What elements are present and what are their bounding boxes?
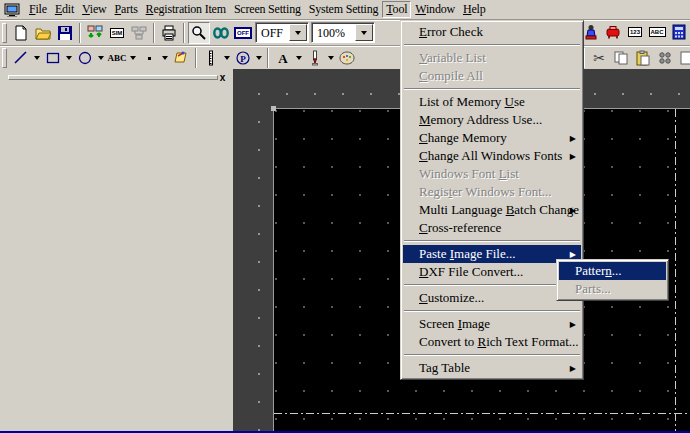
save-button[interactable] bbox=[54, 22, 76, 44]
line-tool-button[interactable] bbox=[10, 47, 32, 69]
dot-tool-button[interactable] bbox=[138, 47, 160, 69]
combo-dropdown-button[interactable] bbox=[289, 24, 307, 41]
parts-figure-icon bbox=[583, 24, 599, 40]
dot-tool-dropdown[interactable] bbox=[160, 47, 170, 69]
chevron-down-icon bbox=[295, 31, 301, 35]
canvas-corner-handle[interactable] bbox=[271, 106, 276, 111]
menu-item-change-memory[interactable]: Change Memory▶ bbox=[403, 129, 581, 147]
menu-item-dxf-file-convert[interactable]: DXF File Convert... bbox=[403, 263, 581, 281]
chevron-down-icon bbox=[162, 56, 168, 60]
toolbar-grip[interactable] bbox=[2, 48, 7, 68]
text-tool-icon: ABC bbox=[107, 53, 126, 63]
paste-image-file-submenu: Pattern...Parts... bbox=[556, 259, 669, 301]
calculator-button[interactable] bbox=[668, 21, 690, 43]
group-button[interactable] bbox=[654, 47, 676, 69]
toolbar-separator bbox=[267, 48, 269, 68]
menubar-item-screen-setting[interactable]: Screen Setting bbox=[230, 1, 305, 18]
font-color-button[interactable]: A bbox=[272, 47, 294, 69]
alarm-icon bbox=[605, 24, 621, 40]
menu-separator bbox=[404, 44, 580, 46]
preview-button[interactable] bbox=[210, 22, 232, 44]
alarm-button[interactable] bbox=[602, 21, 624, 43]
menu-bar-items: FileEditViewPartsRegistration ItemScreen… bbox=[25, 1, 490, 18]
open-button[interactable] bbox=[32, 22, 54, 44]
alpha-keypad-button[interactable]: ABC bbox=[646, 21, 668, 43]
mark-button[interactable] bbox=[170, 47, 192, 69]
ellipse-tool-button[interactable] bbox=[74, 47, 96, 69]
clipped-edge-button[interactable] bbox=[676, 47, 690, 69]
pen-style-button[interactable] bbox=[304, 47, 326, 69]
chevron-down-icon bbox=[256, 56, 262, 60]
dot-tool-icon bbox=[148, 57, 151, 60]
menu-item-memory-address-use[interactable]: Memory Address Use... bbox=[403, 111, 581, 129]
chevron-down-icon bbox=[328, 56, 334, 60]
menu-item-change-all-windows-fonts[interactable]: Change All Windows Fonts▶ bbox=[403, 147, 581, 165]
part-number-dropdown[interactable] bbox=[254, 47, 264, 69]
screen-transfer-button[interactable] bbox=[84, 22, 106, 44]
menu-item-label: Customize... bbox=[419, 290, 484, 305]
alpha-keypad-icon: ABC bbox=[649, 27, 666, 37]
combo-dropdown-button[interactable] bbox=[355, 24, 373, 41]
menu-item-screen-image[interactable]: Screen Image▶ bbox=[403, 315, 581, 333]
line-tool-dropdown[interactable] bbox=[32, 47, 42, 69]
panel-close-button[interactable]: x bbox=[216, 71, 229, 84]
menubar-item-edit[interactable]: Edit bbox=[51, 1, 78, 18]
cut-button[interactable]: ✂ bbox=[588, 47, 610, 69]
screen-boundary-vline bbox=[675, 109, 676, 433]
copy-button[interactable] bbox=[610, 47, 632, 69]
network-button-disabled bbox=[128, 22, 150, 44]
simulation-button[interactable]: SIM bbox=[106, 22, 128, 44]
menubar-item-parts[interactable]: Parts bbox=[111, 1, 142, 18]
numeric-keypad-icon: 123 bbox=[628, 27, 642, 37]
ellipse-tool-icon bbox=[77, 50, 93, 66]
menu-item-multi-language-batch-change[interactable]: Multi Language Batch Change▶ bbox=[403, 201, 581, 219]
rectangle-tool-button[interactable] bbox=[42, 47, 64, 69]
onoff-state-combo[interactable]: OFF bbox=[255, 22, 309, 43]
screen-transfer-icon bbox=[87, 25, 103, 41]
pen-style-dropdown[interactable] bbox=[326, 47, 336, 69]
chevron-down-icon bbox=[130, 56, 136, 60]
off-display-icon: OFF bbox=[234, 27, 252, 39]
menu-item-error-check[interactable]: Error Check bbox=[403, 23, 581, 41]
simulation-icon: SIM bbox=[110, 28, 125, 38]
palette-button[interactable] bbox=[336, 47, 358, 69]
off-display-button[interactable]: OFF bbox=[232, 22, 254, 44]
menubar-item-system-setting[interactable]: System Setting bbox=[305, 1, 383, 18]
text-tool-button[interactable]: ABC bbox=[106, 47, 128, 69]
menu-item-tag-table[interactable]: Tag Table▶ bbox=[403, 359, 581, 377]
font-color-dropdown[interactable] bbox=[294, 47, 304, 69]
menubar-item-window[interactable]: Window bbox=[411, 1, 459, 18]
ellipse-tool-dropdown[interactable] bbox=[96, 47, 106, 69]
part-number-button[interactable]: P bbox=[232, 47, 254, 69]
ruler-tool-button[interactable] bbox=[200, 47, 222, 69]
paste-button[interactable] bbox=[632, 47, 654, 69]
panel-grip[interactable] bbox=[8, 75, 218, 80]
menu-item-customize[interactable]: Customize... bbox=[403, 289, 581, 307]
chevron-down-icon bbox=[296, 56, 302, 60]
print-button[interactable] bbox=[158, 22, 180, 44]
menu-item-paste-image-file[interactable]: Paste Image File...▶ bbox=[403, 245, 581, 263]
menu-item-convert-to-rich-text-format[interactable]: Convert to Rich Text Format... bbox=[403, 333, 581, 351]
menubar-item-file[interactable]: File bbox=[25, 1, 51, 18]
toolbar-grip[interactable] bbox=[2, 23, 7, 43]
clipped-edge-icon bbox=[679, 50, 690, 66]
menu-item-label: Tag Table bbox=[419, 360, 470, 375]
menubar-item-tool[interactable]: Tool bbox=[382, 1, 411, 18]
menu-item-label: Register Windows Font... bbox=[419, 184, 552, 199]
document-system-icon[interactable] bbox=[4, 3, 21, 17]
menu-item-pattern[interactable]: Pattern... bbox=[559, 262, 666, 280]
rectangle-tool-dropdown[interactable] bbox=[64, 47, 74, 69]
text-tool-dropdown[interactable] bbox=[128, 47, 138, 69]
numeric-keypad-button[interactable]: 123 bbox=[624, 21, 646, 43]
menubar-item-registration-item[interactable]: Registration Item bbox=[142, 1, 230, 18]
magnifier-icon bbox=[191, 25, 207, 41]
ruler-tool-dropdown[interactable] bbox=[222, 47, 232, 69]
menubar-item-help[interactable]: Help bbox=[459, 1, 490, 18]
zoom-level-combo[interactable]: 100% bbox=[311, 22, 375, 43]
zoom-tool-button[interactable] bbox=[188, 22, 210, 44]
menubar-item-view[interactable]: View bbox=[78, 1, 110, 18]
new-button[interactable] bbox=[10, 22, 32, 44]
docked-panel: x bbox=[0, 69, 233, 433]
menu-item-cross-reference[interactable]: Cross-reference bbox=[403, 219, 581, 237]
menu-item-list-of-memory-use[interactable]: List of Memory Use bbox=[403, 93, 581, 111]
